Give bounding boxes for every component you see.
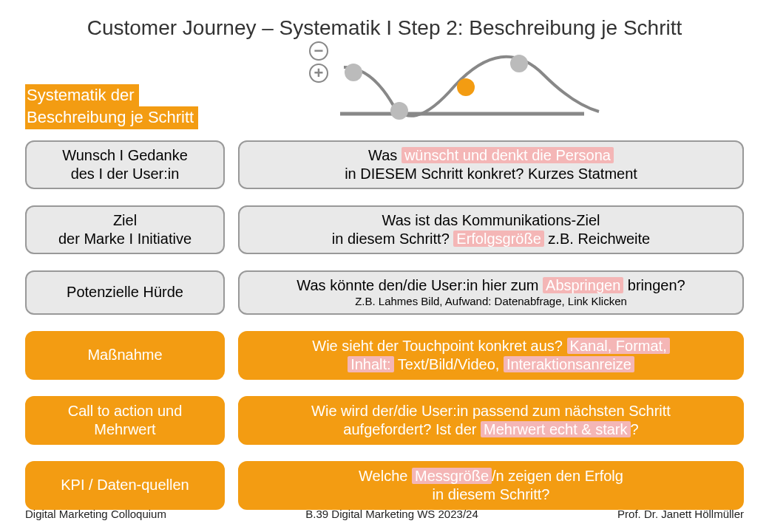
subtitle-line-1: Systematik der [25,84,139,106]
row-massnahme: Maßnahme Wie sieht der Touchpoint konkre… [25,331,744,380]
plus-minus-icons: − + [309,41,328,86]
text: ? [631,421,639,437]
desc-line: Was ist das Kommunikations-Ziel [247,211,735,230]
label-text: KPI / Daten-quellen [34,476,216,494]
highlight: Kanal, Format, [567,338,670,354]
label-wunsch: Wunsch I Gedanke des I der User:in [25,140,225,189]
label-kpi: KPI / Daten-quellen [25,461,225,510]
curve-dot-highlight [457,78,475,96]
text: aufgefordert? Ist der [343,421,481,437]
highlight: Mehrwert echt & stark [481,421,631,437]
desc-line: in DIESEM Schritt konkret? Kurzes Statme… [247,165,735,183]
desc-line: in diesem Schritt? [247,485,735,504]
desc-line: Wie sieht der Touchpoint konkret aus? Ka… [247,337,735,355]
desc-cta: Wie wird der/die User:in passend zum näc… [238,396,744,445]
desc-line: Welche Messgröße/n zeigen den Erfolg [247,467,735,485]
curve-dot-2 [390,102,408,120]
footer-right: Prof. Dr. Janett Höllmüller [617,508,744,520]
label-text: Mehrwert [34,420,216,439]
minus-icon: − [309,41,328,61]
curve-dot-4 [510,55,528,72]
footer: Digital Marketing Colloquium B.39 Digita… [25,508,744,520]
text: bringen? [623,277,685,293]
label-text: Ziel [34,211,216,230]
text: Was [368,147,402,163]
row-ziel: Ziel der Marke I Initiative Was ist das … [25,205,744,254]
slide-title: Customer Journey – Systematik I Step 2: … [0,0,769,46]
label-cta: Call to action und Mehrwert [25,396,225,445]
journey-curve: − + [311,41,614,123]
label-text: des I der User:in [34,165,216,183]
label-text: Call to action und [34,402,216,420]
label-huerde: Potenzielle Hürde [25,270,225,315]
label-text: Wunsch I Gedanke [34,146,216,165]
row-kpi: KPI / Daten-quellen Welche Messgröße/n z… [25,461,744,510]
desc-line: Was könnte den/die User:in hier zum Absp… [247,276,735,295]
rows-container: Wunsch I Gedanke des I der User:in Was w… [25,140,744,526]
curve-svg [311,41,614,123]
highlight: Inhalt: [348,356,393,372]
footer-center: B.39 Digital Marketing WS 2023/24 [305,508,478,520]
label-text: Potenzielle Hürde [34,283,216,301]
desc-ziel: Was ist das Kommunikations-Ziel in diese… [238,205,744,254]
text: Welche [359,468,412,484]
highlight: Abspringen [543,277,623,293]
label-text: der Marke I Initiative [34,230,216,248]
label-massnahme: Maßnahme [25,331,225,380]
label-text: Maßnahme [34,346,216,364]
row-cta: Call to action und Mehrwert Wie wird der… [25,396,744,445]
highlight: Erfolgsgröße [453,231,544,247]
text: in diesem Schritt? [332,231,454,247]
desc-massnahme: Wie sieht der Touchpoint konkret aus? Ka… [238,331,744,380]
desc-kpi: Welche Messgröße/n zeigen den Erfolg in … [238,461,744,510]
row-wunsch: Wunsch I Gedanke des I der User:in Was w… [25,140,744,189]
highlight: wünscht und denkt die Persona [402,147,614,163]
desc-line: Wie wird der/die User:in passend zum näc… [247,402,735,420]
text: Was könnte den/die User:in hier zum [297,277,543,293]
row-huerde: Potenzielle Hürde Was könnte den/die Use… [25,270,744,315]
desc-wunsch: Was wünscht und denkt die Persona in DIE… [238,140,744,189]
subtitle-block: Systematik der Beschreibung je Schritt [25,84,198,129]
desc-huerde: Was könnte den/die User:in hier zum Absp… [238,270,744,315]
desc-line-small: Z.B. Lahmes Bild, Aufwand: Datenabfrage,… [247,295,735,309]
text: /n zeigen den Erfolg [492,468,623,484]
text: Text/Bild/Video, [394,356,504,372]
desc-line: in diesem Schritt? Erfolgsgröße z.B. Rei… [247,230,735,248]
text: Wie sieht der Touchpoint konkret aus? [312,338,566,354]
desc-line: aufgefordert? Ist der Mehrwert echt & st… [247,420,735,439]
desc-line: Was wünscht und denkt die Persona [247,146,735,165]
text: z.B. Reichweite [544,231,650,247]
highlight: Messgröße [412,468,492,484]
label-ziel: Ziel der Marke I Initiative [25,205,225,254]
desc-line: Inhalt: Text/Bild/Video, Interaktionsanr… [247,355,735,374]
subtitle-line-2: Beschreibung je Schritt [25,106,198,129]
footer-left: Digital Marketing Colloquium [25,508,166,520]
curve-dot-1 [345,64,362,81]
plus-icon: + [309,64,328,83]
highlight: Interaktionsanreize [504,356,634,372]
